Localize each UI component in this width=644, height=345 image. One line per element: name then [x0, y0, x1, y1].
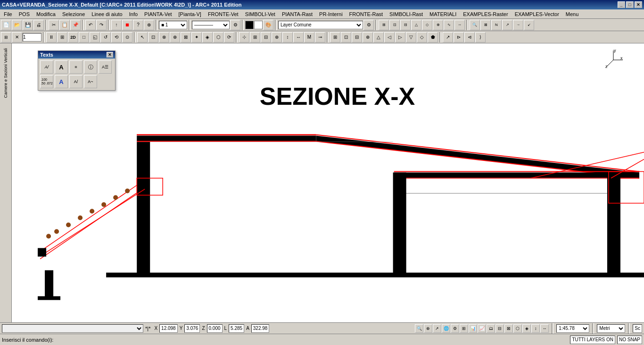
tb2-select7[interactable]: ◈	[202, 32, 213, 42]
tb2-select6[interactable]: ✦	[191, 32, 202, 42]
unit-select[interactable]: Metri	[597, 324, 625, 333]
menu-pianta-rast[interactable]: PIANTA-Rast	[279, 10, 315, 18]
texts-btn-awave[interactable]: A~	[84, 75, 97, 88]
snap-icon-9[interactable]: 🗂	[487, 324, 495, 333]
tb2-extra3[interactable]: ⊲	[464, 32, 475, 42]
line-opt-button[interactable]: ⚙	[230, 20, 240, 30]
texts-btn-paint[interactable]: A/	[69, 75, 83, 88]
snap-icon-10[interactable]: ⊟	[495, 324, 504, 333]
view-btn5[interactable]: →	[513, 20, 523, 30]
tb2-dim1[interactable]: ⊞	[330, 32, 340, 42]
snap-icon-15[interactable]: ↔	[540, 324, 549, 333]
tb2-select8[interactable]: ⬡	[213, 32, 223, 42]
menu-linee[interactable]: Linee di aiuto	[89, 10, 125, 18]
snap-icon-11[interactable]: ⊠	[504, 324, 513, 333]
tb2-btn1[interactable]: ⊞	[1, 32, 11, 42]
texts-btn-a-bold[interactable]: A	[55, 60, 68, 74]
tb2-dim8[interactable]: ▽	[406, 32, 416, 42]
tb2-grid[interactable]: ⊞	[57, 32, 67, 42]
tb2-dim5[interactable]: △	[373, 32, 384, 42]
menu-pos[interactable]: POS	[16, 10, 33, 18]
layer-select[interactable]: Layer Comune	[278, 21, 363, 29]
snap-icon-2[interactable]: ⊕	[424, 324, 432, 333]
minimize-button[interactable]: _	[618, 1, 625, 8]
snap-btn2[interactable]: ⊡	[389, 20, 400, 30]
tb2-dim4[interactable]: ⊕	[363, 32, 373, 42]
snap-btn7[interactable]: ∿	[444, 20, 454, 30]
snap-icon-5[interactable]: ⚙	[451, 324, 459, 333]
maximize-button[interactable]: □	[626, 1, 634, 8]
menu-fronte-vet[interactable]: FRONTE-Vet	[205, 10, 241, 18]
tb2-select9[interactable]: ⟳	[224, 32, 234, 42]
tb2-move2[interactable]: ⊞	[250, 32, 260, 42]
tb2-view4[interactable]: ◱	[90, 32, 100, 42]
stop-button[interactable]: ⏹	[122, 20, 132, 30]
tb2-move1[interactable]: ⊹	[239, 32, 249, 42]
menu-materiali[interactable]: MATERIALI	[427, 10, 459, 18]
menu-selezione[interactable]: Selezione	[59, 10, 88, 18]
save-button[interactable]: 💾	[23, 20, 33, 30]
menu-simboli-rast[interactable]: SIMBOLI-Rast	[387, 10, 426, 18]
view-btn3[interactable]: N	[491, 20, 502, 30]
tb2-dim7[interactable]: ▷	[395, 32, 405, 42]
texts-btn-av[interactable]: A/	[40, 60, 53, 74]
new-button[interactable]: 📄	[1, 20, 11, 30]
menu-fronte-rast[interactable]: FRONTE-Rast	[347, 10, 386, 18]
tb2-move8[interactable]: ⊸	[315, 32, 325, 42]
snap-icon-8[interactable]: 📈	[478, 324, 486, 333]
snap-icon-3[interactable]: ↗	[433, 324, 441, 333]
redo-button[interactable]: ↷	[96, 20, 107, 30]
texts-btn-info[interactable]: ⓘ	[84, 60, 97, 74]
view-btn2[interactable]: ⊠	[480, 20, 491, 30]
view-btn4[interactable]: ↗	[502, 20, 512, 30]
texts-btn-size[interactable]: .100.50 .672	[40, 75, 53, 88]
pen-select[interactable]: ■ 1	[159, 21, 187, 29]
texts-btn-a2[interactable]: A	[55, 75, 68, 88]
layer-opt[interactable]: ⚙	[363, 20, 374, 30]
tb2-dim2[interactable]: ⊡	[341, 32, 351, 42]
snap-icon-14[interactable]: ↕	[531, 324, 540, 333]
help-button[interactable]: ?	[133, 20, 143, 30]
tb2-2d[interactable]: 2D	[68, 32, 78, 42]
snap-btn5[interactable]: ◇	[422, 20, 432, 30]
snap-icon-7[interactable]: 📊	[469, 324, 477, 333]
color-black[interactable]	[245, 21, 254, 29]
menu-file[interactable]: File	[1, 10, 15, 18]
command-dropdown[interactable]	[2, 324, 143, 333]
menu-examples-raster[interactable]: EXAMPLES-Raster	[460, 10, 511, 18]
snap-icon-1[interactable]: 🔍	[415, 324, 423, 333]
tb2-dim9[interactable]: ◇	[417, 32, 427, 42]
texts-btn-alist[interactable]: A☰	[99, 60, 112, 74]
tb2-extra1[interactable]: ↗	[443, 32, 453, 42]
view-btn6[interactable]: ↙	[524, 20, 534, 30]
line-style-select[interactable]: ————	[192, 21, 230, 29]
snap-btn8[interactable]: ↔	[454, 20, 465, 30]
snap-icon-6[interactable]: ⊞	[460, 324, 468, 333]
paste-button[interactable]: 📌	[70, 20, 81, 30]
texts-close-button[interactable]: ✕	[107, 52, 113, 58]
tb2-view3[interactable]: □	[79, 32, 89, 42]
copy-button[interactable]: 📋	[59, 20, 70, 30]
tb2-select4[interactable]: ⊕	[170, 32, 180, 42]
tb2-extra2[interactable]: ⊳	[454, 32, 464, 42]
menu-menu[interactable]: Menu	[563, 10, 582, 18]
menu-simboli-vet[interactable]: SIMBOLI-Vet	[242, 10, 278, 18]
tb2-btn2[interactable]: ✕	[12, 32, 22, 42]
tb2-dim10[interactable]: ⬟	[428, 32, 438, 42]
color-picker[interactable]: 🎨	[263, 20, 273, 30]
menu-modifica[interactable]: Modifica	[33, 10, 58, 18]
view-btn1[interactable]: 🔍	[470, 20, 480, 30]
menu-pr-interni[interactable]: PR-Interni	[316, 10, 346, 18]
tb2-move6[interactable]: ↔	[293, 32, 304, 42]
menu-pianta-v[interactable]: [Pianta-V]	[176, 10, 204, 18]
snap-icon-12[interactable]: ⬡	[513, 324, 522, 333]
menu-info[interactable]: Info	[126, 10, 140, 18]
undo-button[interactable]: ↶	[85, 20, 96, 30]
up-button[interactable]: ↑	[111, 20, 122, 30]
tb2-move4[interactable]: ⊕	[272, 32, 282, 42]
snap-btn1[interactable]: ⊞	[379, 20, 389, 30]
menu-examples-vector[interactable]: EXAMPLES-Vector	[512, 10, 562, 18]
scale-select[interactable]: 1:45.78	[556, 324, 589, 333]
tb2-view5[interactable]: ↺	[100, 32, 111, 42]
tb2-move7[interactable]: M	[304, 32, 314, 42]
